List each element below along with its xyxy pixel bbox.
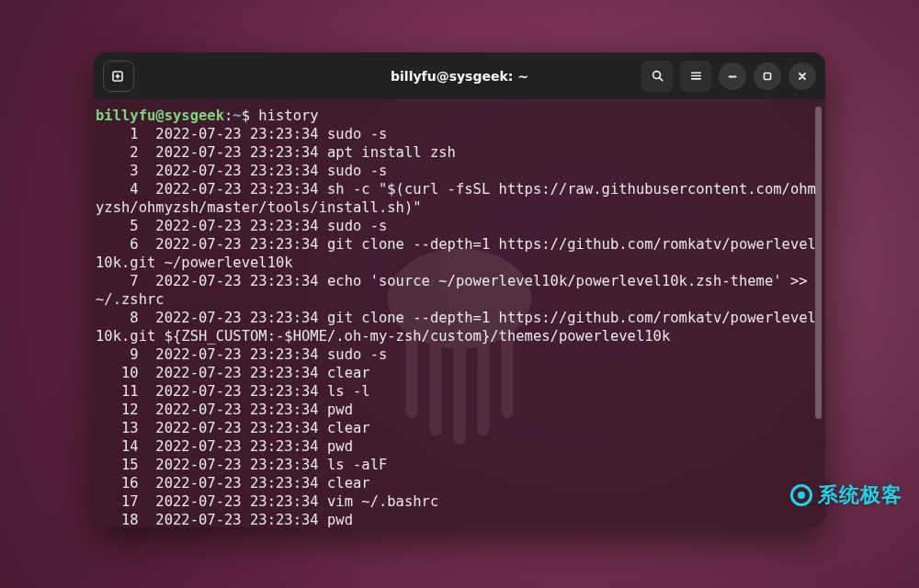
brand-ring-icon <box>790 484 812 506</box>
history-command: ls -alF <box>327 457 387 473</box>
history-number: 18 <box>96 512 155 527</box>
terminal-window: billyfu@sysgeek: ~ <box>94 52 825 527</box>
history-timestamp: 2022-07-23 23:23:34 <box>155 236 327 253</box>
history-number: 11 <box>96 383 155 400</box>
history-row: 12 2022-07-23 23:23:34 pwd <box>96 401 820 419</box>
new-tab-button[interactable] <box>103 61 134 92</box>
brand-text: 系统极客 <box>818 481 902 509</box>
history-command: ls -l <box>327 383 370 400</box>
history-timestamp: 2022-07-23 23:23:34 <box>155 181 327 198</box>
history-number: 12 <box>96 401 155 418</box>
history-command: pwd <box>327 438 353 455</box>
history-timestamp: 2022-07-23 23:23:34 <box>155 126 327 142</box>
minimize-icon <box>727 71 738 82</box>
history-row: 2 2022-07-23 23:23:34 apt install zsh <box>96 143 820 162</box>
search-button[interactable] <box>641 61 673 92</box>
history-row: 6 2022-07-23 23:23:34 git clone --depth=… <box>96 235 820 272</box>
history-command: pwd <box>327 512 353 527</box>
prompt-command: history <box>258 107 318 124</box>
history-row: 4 2022-07-23 23:23:34 sh -c "$(curl -fsS… <box>96 180 820 217</box>
history-number: 5 <box>96 218 155 234</box>
history-command: sudo -s <box>327 126 387 142</box>
window-title: billyfu@sysgeek: ~ <box>94 69 825 84</box>
history-row: 18 2022-07-23 23:23:34 pwd <box>96 511 820 527</box>
history-number: 10 <box>96 365 155 381</box>
history-timestamp: 2022-07-23 23:23:34 <box>155 346 327 363</box>
history-timestamp: 2022-07-23 23:23:34 <box>155 310 327 326</box>
new-tab-icon <box>111 69 126 84</box>
history-number: 9 <box>96 346 155 363</box>
maximize-icon <box>762 71 773 82</box>
brand-watermark: 系统极客 <box>790 481 902 509</box>
history-number: 4 <box>96 181 155 198</box>
minimize-button[interactable] <box>719 62 746 90</box>
history-timestamp: 2022-07-23 23:23:34 <box>155 144 327 161</box>
history-command: sudo -s <box>327 218 387 234</box>
history-row: 9 2022-07-23 23:23:34 sudo -s <box>96 345 820 364</box>
history-command: sudo -s <box>327 163 387 179</box>
history-timestamp: 2022-07-23 23:23:34 <box>155 383 327 400</box>
terminal-body[interactable]: billyfu@sysgeek:~$ history 1 2022-07-23 … <box>94 99 825 527</box>
history-row: 10 2022-07-23 23:23:34 clear <box>96 364 820 382</box>
history-command: apt install zsh <box>327 144 456 161</box>
history-timestamp: 2022-07-23 23:23:34 <box>155 493 327 510</box>
history-number: 2 <box>96 144 155 161</box>
history-timestamp: 2022-07-23 23:23:34 <box>155 420 327 436</box>
history-number: 3 <box>96 163 155 179</box>
history-row: 11 2022-07-23 23:23:34 ls -l <box>96 382 820 401</box>
history-command: sudo -s <box>327 346 387 363</box>
maximize-button[interactable] <box>754 62 781 90</box>
history-command: clear <box>327 475 370 492</box>
prompt-sep: : <box>224 107 233 124</box>
menu-button[interactable] <box>680 61 711 92</box>
history-timestamp: 2022-07-23 23:23:34 <box>155 457 327 473</box>
history-row: 16 2022-07-23 23:23:34 clear <box>96 474 820 492</box>
history-number: 15 <box>96 457 155 473</box>
history-number: 6 <box>96 236 155 253</box>
history-timestamp: 2022-07-23 23:23:34 <box>155 163 327 179</box>
history-timestamp: 2022-07-23 23:23:34 <box>155 475 327 492</box>
terminal-output: billyfu@sysgeek:~$ history 1 2022-07-23 … <box>94 107 825 527</box>
history-row: 13 2022-07-23 23:23:34 clear <box>96 419 820 437</box>
prompt-dollar: $ <box>242 107 259 124</box>
history-row: 8 2022-07-23 23:23:34 git clone --depth=… <box>96 309 820 345</box>
history-row: 14 2022-07-23 23:23:34 pwd <box>96 437 820 456</box>
svg-rect-2 <box>765 73 771 79</box>
history-number: 17 <box>96 493 155 510</box>
history-number: 16 <box>96 475 155 492</box>
history-row: 1 2022-07-23 23:23:34 sudo -s <box>96 125 820 143</box>
titlebar[interactable]: billyfu@sysgeek: ~ <box>94 52 825 99</box>
history-timestamp: 2022-07-23 23:23:34 <box>155 438 327 455</box>
history-row: 17 2022-07-23 23:23:34 vim ~/.bashrc <box>96 492 820 511</box>
history-timestamp: 2022-07-23 23:23:34 <box>155 218 327 234</box>
history-timestamp: 2022-07-23 23:23:34 <box>155 273 327 289</box>
history-number: 1 <box>96 126 155 142</box>
history-timestamp: 2022-07-23 23:23:34 <box>155 512 327 527</box>
history-command: clear <box>327 365 370 381</box>
history-number: 13 <box>96 420 155 436</box>
search-icon <box>651 69 664 83</box>
history-row: 3 2022-07-23 23:23:34 sudo -s <box>96 162 820 180</box>
prompt-user-host: billyfu@sysgeek <box>96 107 224 124</box>
history-row: 7 2022-07-23 23:23:34 echo 'source ~/pow… <box>96 272 820 309</box>
history-number: 7 <box>96 273 155 289</box>
scrollbar-thumb[interactable] <box>815 107 822 419</box>
hamburger-icon <box>689 69 703 83</box>
history-command: vim ~/.bashrc <box>327 493 438 510</box>
history-timestamp: 2022-07-23 23:23:34 <box>155 401 327 418</box>
close-button[interactable] <box>789 62 816 90</box>
history-row: 5 2022-07-23 23:23:34 sudo -s <box>96 217 820 235</box>
history-command: pwd <box>327 401 353 418</box>
history-row: 15 2022-07-23 23:23:34 ls -alF <box>96 456 820 474</box>
prompt-path: ~ <box>233 107 241 124</box>
history-number: 8 <box>96 310 155 326</box>
history-timestamp: 2022-07-23 23:23:34 <box>155 365 327 381</box>
prompt-line: billyfu@sysgeek:~$ history <box>96 107 820 125</box>
history-command: clear <box>327 420 370 436</box>
close-icon <box>797 71 808 82</box>
history-number: 14 <box>96 438 155 455</box>
